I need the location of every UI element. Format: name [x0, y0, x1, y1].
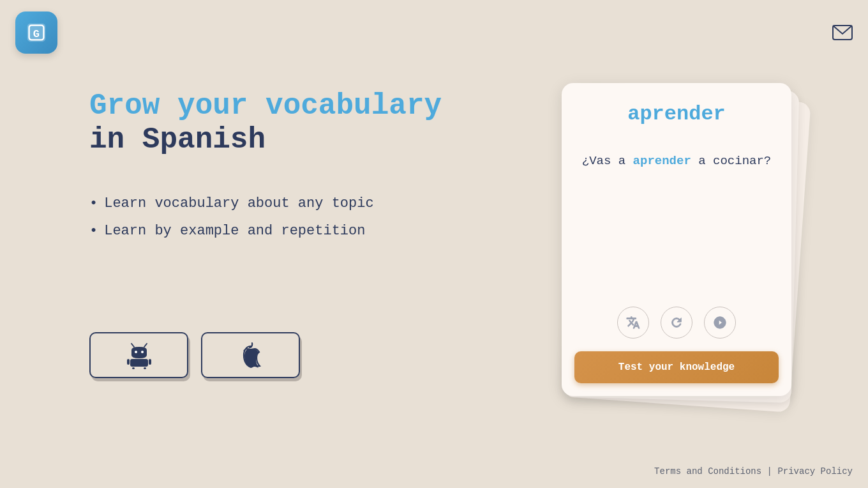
svg-point-6	[135, 351, 137, 353]
vocabulary-card-area: aprender ¿Vas a aprender a cocinar?	[562, 83, 791, 396]
list-item: Learn vocabulary about any topic	[89, 195, 442, 211]
svg-rect-9	[127, 359, 130, 365]
app-logo[interactable]: G	[15, 11, 57, 54]
privacy-policy-link[interactable]: Privacy Policy	[777, 466, 853, 477]
svg-text:G: G	[33, 28, 40, 40]
vocabulary-card: aprender ¿Vas a aprender a cocinar?	[562, 83, 791, 396]
footer-separator: |	[767, 466, 778, 477]
speaker-icon	[713, 316, 727, 330]
list-item: Learn by example and repetition	[89, 223, 442, 239]
svg-rect-10	[149, 359, 151, 365]
example-sentence: ¿Vas a aprender a cocinar?	[582, 151, 771, 171]
footer: Terms and Conditions | Privacy Policy	[654, 466, 853, 477]
vocabulary-word: aprender	[627, 102, 726, 126]
logo-icon: G	[24, 20, 49, 45]
ios-download-button[interactable]	[201, 332, 300, 378]
feature-list: Learn vocabulary about any topic Learn b…	[89, 195, 442, 239]
refresh-button[interactable]	[661, 307, 692, 339]
translate-button[interactable]	[617, 307, 649, 339]
translate-icon	[626, 316, 640, 330]
card-action-icons	[617, 307, 736, 339]
conditions-link[interactable]: Conditions	[708, 466, 761, 477]
mail-icon[interactable]	[832, 25, 853, 40]
left-content: Grow your vocabulary in Spanish Learn vo…	[89, 89, 442, 250]
svg-line-5	[144, 344, 147, 347]
headline-blue: Grow your vocabulary	[89, 89, 442, 123]
refresh-icon	[670, 316, 684, 330]
header: G	[0, 0, 868, 65]
apple-icon	[237, 341, 265, 369]
speaker-button[interactable]	[704, 307, 736, 339]
svg-rect-11	[132, 367, 135, 369]
headline-dark: in Spanish	[89, 123, 442, 157]
terms-link[interactable]: Terms	[654, 466, 681, 477]
svg-rect-12	[144, 367, 146, 369]
footer-and-text: and	[687, 466, 703, 477]
android-icon	[125, 341, 153, 369]
test-knowledge-button[interactable]: Test your knowledge	[574, 351, 779, 383]
svg-line-4	[131, 344, 134, 347]
android-download-button[interactable]	[89, 332, 188, 378]
svg-point-7	[141, 351, 144, 353]
download-buttons	[89, 332, 300, 378]
svg-rect-8	[130, 359, 148, 367]
